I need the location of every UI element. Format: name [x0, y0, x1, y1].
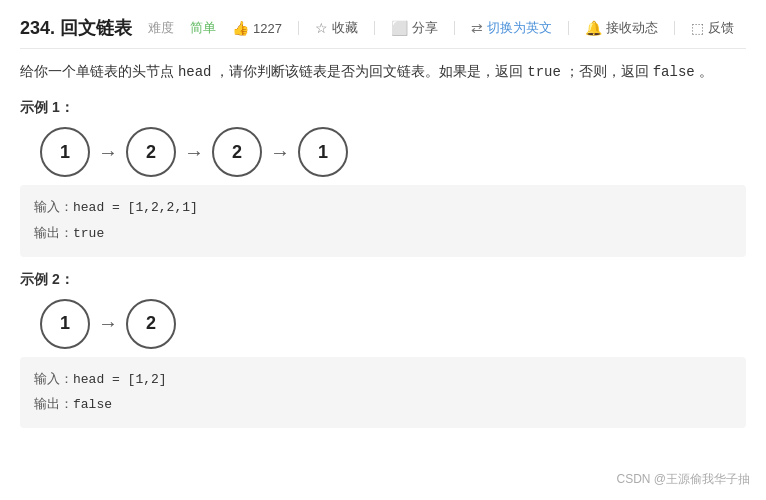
feedback-icon: ⬚ [691, 20, 704, 36]
arrow3: → [270, 141, 290, 164]
false-keyword: false [653, 64, 695, 80]
separator3 [454, 21, 455, 35]
notify-button[interactable]: 🔔 接收动态 [585, 19, 658, 37]
problem-number: 234. [20, 18, 55, 38]
example2-input-value: head = [1,2] [73, 372, 167, 387]
example2-output-label: 输出： [34, 396, 73, 411]
star-icon: ☆ [315, 20, 328, 36]
example2-input: 输入：head = [1,2] [34, 367, 732, 393]
collect-label: 收藏 [332, 19, 358, 37]
example1-input: 输入：head = [1,2,2,1] [34, 195, 732, 221]
switch-lang-button[interactable]: ⇄ 切换为英文 [471, 19, 552, 37]
example1-diagram: 1 → 2 → 2 → 1 [40, 127, 746, 177]
example1-input-value: head = [1,2,2,1] [73, 200, 198, 215]
example2-block: 输入：head = [1,2] 输出：false [20, 357, 746, 428]
problem-title-text: 回文链表 [60, 18, 132, 38]
head-keyword: head [178, 64, 212, 80]
problem-description: 给你一个单链表的头节点 head ，请你判断该链表是否为回文链表。如果是，返回 … [20, 59, 746, 85]
example2-title: 示例 2： [20, 271, 746, 289]
arrow4: → [98, 312, 118, 335]
switch-label: 切换为英文 [487, 19, 552, 37]
difficulty-value: 简单 [190, 19, 216, 37]
example1-output: 输出：true [34, 221, 732, 247]
feedback-label: 反馈 [708, 19, 734, 37]
node-2-2: 2 [126, 299, 176, 349]
example1-block: 输入：head = [1,2,2,1] 输出：true [20, 185, 746, 256]
node-1-3: 2 [212, 127, 262, 177]
example1-input-label: 输入： [34, 199, 73, 214]
separator5 [674, 21, 675, 35]
node-1-2: 2 [126, 127, 176, 177]
like-icon: 👍 [232, 20, 249, 36]
share-button[interactable]: ⬜ 分享 [391, 19, 438, 37]
node-1-4: 1 [298, 127, 348, 177]
bell-icon: 🔔 [585, 20, 602, 36]
title-row: 234. 回文链表 难度 简单 👍 1227 ☆ 收藏 ⬜ 分享 ⇄ 切换为英文… [20, 16, 746, 40]
example2-input-label: 输入： [34, 371, 73, 386]
like-button[interactable]: 👍 1227 [232, 20, 282, 36]
example2-output-value: false [73, 397, 112, 412]
example2-diagram: 1 → 2 [40, 299, 746, 349]
example1-title: 示例 1： [20, 99, 746, 117]
node-2-1: 1 [40, 299, 90, 349]
difficulty-label: 难度 [148, 19, 174, 37]
arrow1: → [98, 141, 118, 164]
collect-button[interactable]: ☆ 收藏 [315, 19, 358, 37]
arrow2: → [184, 141, 204, 164]
share-icon: ⬜ [391, 20, 408, 36]
true-keyword: true [527, 64, 561, 80]
feedback-button[interactable]: ⬚ 反馈 [691, 19, 734, 37]
title-divider [20, 48, 746, 49]
notify-label: 接收动态 [606, 19, 658, 37]
switch-icon: ⇄ [471, 20, 483, 36]
example1-output-label: 输出： [34, 225, 73, 240]
share-label: 分享 [412, 19, 438, 37]
node-1-1: 1 [40, 127, 90, 177]
example1-output-value: true [73, 226, 104, 241]
separator2 [374, 21, 375, 35]
example2-output: 输出：false [34, 392, 732, 418]
problem-title: 234. 回文链表 [20, 16, 132, 40]
separator [298, 21, 299, 35]
separator4 [568, 21, 569, 35]
like-count: 1227 [253, 21, 282, 36]
